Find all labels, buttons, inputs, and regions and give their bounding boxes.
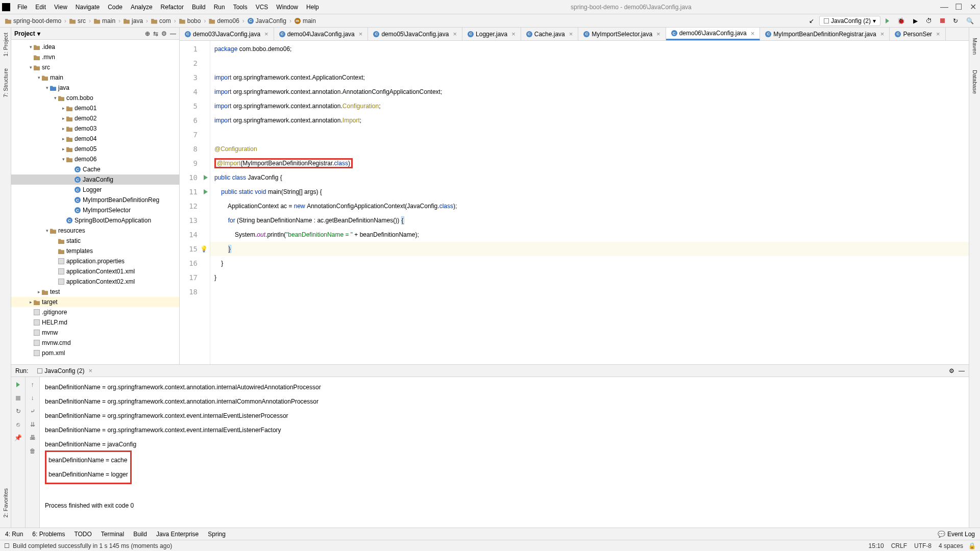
run-tab[interactable]: JavaConfig (2) × (33, 366, 96, 375)
coverage-button[interactable]: ▶ (910, 16, 921, 26)
bottom-tool-build[interactable]: Build (133, 531, 147, 538)
close-icon[interactable]: × (359, 30, 363, 38)
tree-item[interactable]: ▾main (11, 72, 179, 83)
tree-item[interactable]: ▸demo05 (11, 144, 179, 154)
project-tool[interactable]: 1: Project (3, 33, 9, 56)
wrap-button[interactable]: ⤶ (28, 407, 37, 416)
update-button[interactable]: ↻ (950, 16, 961, 26)
search-button[interactable]: 🔍 (963, 16, 977, 26)
tree-item[interactable]: ▸demo01 (11, 103, 179, 113)
menu-analyze[interactable]: Analyze (127, 3, 157, 12)
breadcrumb-item[interactable]: com (149, 17, 173, 25)
scroll-button[interactable]: ⇊ (28, 420, 37, 429)
gutter-line[interactable]: 15💡 (180, 242, 210, 256)
tree-item[interactable]: templates (11, 246, 179, 256)
editor-tab[interactable]: Cdemo05\JavaConfig.java× (368, 28, 462, 40)
close-icon[interactable]: × (569, 30, 573, 38)
tree-item[interactable]: CSpringBootDemoApplication (11, 215, 179, 226)
gutter-line[interactable]: 5 (180, 99, 210, 113)
tree-item[interactable]: ▸demo04 (11, 134, 179, 144)
breadcrumb-item[interactable]: src (67, 17, 88, 25)
bottom-tool-run[interactable]: 4: Run (5, 531, 23, 538)
gutter-line[interactable]: 10 (180, 170, 210, 185)
tree-item[interactable]: ▾demo06 (11, 154, 179, 164)
gutter-line[interactable]: 11 (180, 185, 210, 199)
menu-help[interactable]: Help (302, 3, 323, 12)
tree-item[interactable]: CMyImportSelector (11, 205, 179, 215)
breadcrumb-item[interactable]: bobo (177, 17, 203, 25)
close-icon[interactable]: × (880, 30, 885, 38)
bottom-tool-terminal[interactable]: Terminal (101, 531, 124, 538)
stop-button[interactable] (937, 17, 948, 24)
close-button[interactable]: ✕ (968, 2, 978, 12)
tree-item[interactable]: ▾com.bobo (11, 93, 179, 103)
close-icon[interactable]: × (453, 30, 457, 38)
editor-tab[interactable]: Cdemo04\JavaConfig.java× (274, 28, 369, 40)
tree-item[interactable]: static (11, 236, 179, 246)
structure-tool[interactable]: 7: Structure (3, 68, 9, 97)
menu-run[interactable]: Run (210, 3, 229, 12)
menu-refactor[interactable]: Refactor (157, 3, 188, 12)
breadcrumb-item[interactable]: CJavaConfig (246, 17, 288, 25)
tree-item[interactable]: CJavaConfig (11, 174, 179, 185)
gutter-line[interactable]: 17 (180, 270, 210, 285)
tree-item[interactable]: ▾resources (11, 226, 179, 236)
breadcrumb-item[interactable]: java (121, 17, 145, 25)
bottom-tool-javaenterprise[interactable]: Java Enterprise (156, 531, 199, 538)
bottom-tool-spring[interactable]: Spring (208, 531, 226, 538)
gutter-line[interactable]: 14 (180, 228, 210, 242)
gutter-line[interactable]: 4 (180, 85, 210, 99)
stop-button[interactable] (14, 393, 23, 403)
tree-item[interactable]: mvnw (11, 328, 179, 338)
gear-icon[interactable]: ⚙ (949, 367, 954, 374)
editor-tab[interactable]: Cdemo06\JavaConfig.java× (666, 28, 761, 40)
favorites-tool[interactable]: 2: Favorites (3, 488, 9, 517)
gutter-line[interactable]: 6 (180, 113, 210, 128)
settings-icon[interactable]: ⚙ (161, 30, 167, 37)
down-button[interactable]: ↓ (28, 393, 37, 403)
bottom-tool-todo[interactable]: TODO (74, 531, 91, 538)
editor-tab[interactable]: CMyImportSelector.java× (578, 28, 666, 40)
close-icon[interactable]: × (751, 30, 755, 37)
tree-item[interactable]: .gitignore (11, 307, 179, 317)
tree-item[interactable]: CMyImportBeanDefinitionReg (11, 195, 179, 205)
profile-button[interactable]: ⏱ (923, 16, 935, 26)
gutter-line[interactable]: 2 (180, 56, 210, 70)
menu-build[interactable]: Build (188, 3, 210, 12)
exit-button[interactable]: ⎋ (14, 420, 23, 429)
rerun-button[interactable] (14, 380, 23, 389)
gutter-line[interactable]: 18 (180, 285, 210, 299)
gutter-line[interactable]: 12 (180, 199, 210, 213)
tree-item[interactable]: HELP.md (11, 317, 179, 328)
gutter-line[interactable]: 3 (180, 70, 210, 85)
menu-code[interactable]: Code (104, 3, 127, 12)
tree-item[interactable]: pom.xml (11, 348, 179, 358)
tree-item[interactable]: CLogger (11, 185, 179, 195)
chevron-down-icon[interactable]: ▾ (37, 30, 40, 37)
hide-icon[interactable]: — (959, 367, 965, 374)
gutter-line[interactable]: 7 (180, 128, 210, 142)
breadcrumb-item[interactable]: main (92, 17, 117, 25)
tree-item[interactable]: applicationContext02.xml (11, 277, 179, 287)
tree-item[interactable]: ▸target (11, 297, 179, 307)
clear-button[interactable]: 🗑 (28, 446, 37, 456)
close-icon[interactable]: × (511, 30, 516, 38)
restart-button[interactable]: ↻ (14, 407, 23, 416)
close-icon[interactable]: × (88, 367, 92, 374)
maximize-button[interactable]: ☐ (953, 2, 964, 12)
editor-tab[interactable]: CLogger.java× (462, 28, 521, 40)
tree-item[interactable]: ▸test (11, 287, 179, 297)
code-area[interactable]: package com.bobo.demo06; import org.spri… (210, 41, 969, 364)
tree-item[interactable]: applicationContext01.xml (11, 266, 179, 277)
run-gutter-icon[interactable] (204, 189, 208, 194)
tree-item[interactable]: ▾java (11, 83, 179, 93)
event-log-button[interactable]: 💬Event Log (938, 531, 975, 538)
close-icon[interactable]: × (264, 30, 268, 38)
maven-tool[interactable]: Maven (972, 38, 978, 55)
editor-tab[interactable]: CCache.java× (521, 28, 579, 40)
menu-view[interactable]: View (50, 3, 71, 12)
run-config-selector[interactable]: JavaConfig (2) ▾ (819, 16, 880, 26)
database-tool[interactable]: Database (972, 70, 978, 94)
breadcrumb-item[interactable]: mmain (292, 17, 318, 25)
menu-edit[interactable]: Edit (31, 3, 50, 12)
